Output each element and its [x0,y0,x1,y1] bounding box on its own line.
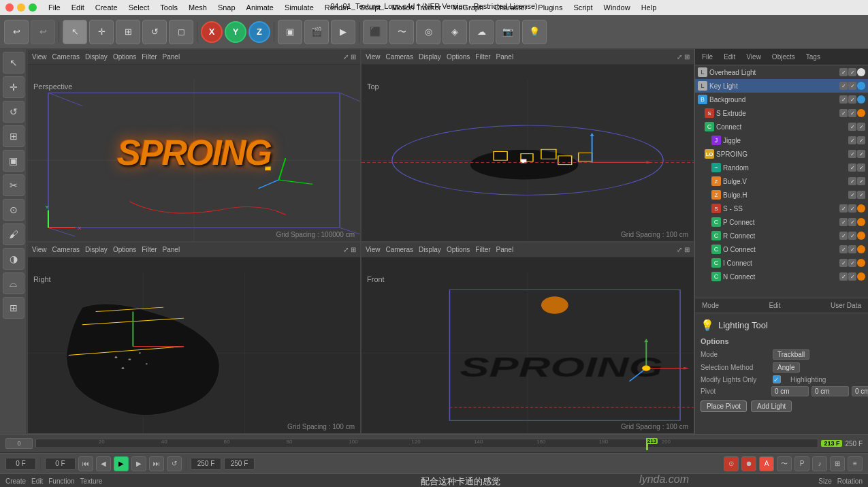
pc-render[interactable]: ✓ [848,218,856,226]
vp-display-right[interactable]: Display [85,246,108,253]
timeline-button[interactable]: ⊞ [830,456,845,471]
list-item-overhead-light[interactable]: L Overhead Light ✓ ✓ [695,65,868,79]
bg-render-dot[interactable]: ✓ [848,95,856,104]
menu-select[interactable]: Select [124,3,155,12]
sidebar-magnet[interactable]: ⊙ [3,199,25,221]
polygon-button[interactable]: ▣ [278,20,302,44]
select-tool-button[interactable]: ↖ [63,20,87,44]
bv-render[interactable]: ✓ [857,177,865,185]
status-function[interactable]: Function [48,477,74,485]
vp-options-perspective[interactable]: Options [113,53,136,61]
maximize-button[interactable] [29,3,37,12]
viewport-top[interactable]: View Cameras Display Options Filter Pane… [361,49,694,242]
menu-script[interactable]: Script [568,3,597,12]
modify-lights-checkbox[interactable]: ✓ [773,375,781,383]
object-tool-button[interactable]: ◻ [169,20,193,44]
pivot-y-input[interactable] [811,386,849,396]
tab-view[interactable]: View [743,52,764,62]
menu-edit[interactable]: Edit [67,3,89,12]
sidebar-poly[interactable]: ▣ [3,150,25,172]
play-button[interactable]: ▶ [114,456,129,471]
menu-animate[interactable]: Animate [242,3,278,12]
minimize-button[interactable] [17,3,25,12]
skip-end-button[interactable]: ⏭ [149,456,164,471]
vp-view-perspective[interactable]: View [32,53,47,61]
r-vis[interactable]: ✓ [848,163,856,172]
bh-vis[interactable]: ✓ [848,191,856,199]
vp-panel-right[interactable]: Panel [163,246,180,253]
sidebar-knife[interactable]: ✂ [3,174,25,196]
j-vis[interactable]: ✓ [848,136,856,144]
bottom-tab-edit[interactable]: Edit [766,300,783,311]
ic-render[interactable]: ✓ [848,259,856,267]
vp-options-right[interactable]: Options [113,246,136,253]
menu-file[interactable]: File [44,3,65,12]
menu-plugins[interactable]: Plugins [533,3,567,12]
place-pivot-button[interactable]: Place Pivot [701,400,747,412]
vp-cameras-perspective[interactable]: Cameras [52,53,80,61]
list-item-random[interactable]: ~ Random ✓ ✓ [709,161,868,174]
menu-snap[interactable]: Snap [213,3,240,12]
nc-vis[interactable]: ✓ [839,272,848,281]
viewport-front[interactable]: View Cameras Display Options Filter Pane… [361,242,694,435]
vp-filter-perspective[interactable]: Filter [142,53,157,61]
nc-color[interactable] [857,272,865,281]
vp-display-front[interactable]: Display [419,246,441,253]
overhead-color-dot[interactable] [857,68,865,76]
bh-render[interactable]: ✓ [857,191,865,199]
oc-vis[interactable]: ✓ [839,245,848,253]
bg-color-dot[interactable] [857,95,865,104]
vp-filter-front[interactable]: Filter [475,246,490,253]
camera-button[interactable]: 📷 [496,20,520,44]
key-vis-dot[interactable]: ✓ [839,82,848,90]
list-item-o-connect[interactable]: C O Connect ✓ ✓ [709,242,868,256]
list-item-bulge-h[interactable]: Z Bulge.H ✓ ✓ [709,188,868,202]
se-render[interactable]: ✓ [848,109,856,117]
ic-vis[interactable]: ✓ [839,259,848,267]
cube-button[interactable]: ⬛ [363,20,387,44]
mode-value[interactable]: Trackball [773,349,809,360]
tab-edit[interactable]: Edit [721,52,738,62]
oc-color[interactable] [857,245,865,253]
vp-filter-top[interactable]: Filter [475,53,490,61]
sound-button[interactable]: ♪ [812,456,827,471]
status-edit[interactable]: Edit [31,477,43,485]
frame-start-input[interactable] [45,458,76,470]
environment-button[interactable]: ☁ [469,20,494,44]
vp-filter-right[interactable]: Filter [142,246,157,253]
viewport-perspective[interactable]: View Cameras Display Options Filter Pane… [27,49,361,242]
more-button[interactable]: ≡ [848,456,863,471]
overhead-vis-dot[interactable]: ✓ [839,68,848,76]
film-button[interactable]: 🎬 [304,20,329,44]
skip-start-button[interactable]: ⏮ [78,456,93,471]
vp-options-top[interactable]: Options [447,53,470,61]
sidebar-grid[interactable]: ⊞ [3,297,25,319]
pc-vis[interactable]: ✓ [839,218,848,226]
rotate-tool-button[interactable]: ↺ [142,20,167,44]
sidebar-move[interactable]: ✛ [3,76,25,98]
key-render-dot[interactable]: ✓ [848,82,856,90]
list-item-r-connect[interactable]: C R Connect ✓ ✓ [709,229,868,242]
pc-color[interactable] [857,218,865,226]
sidebar-paint[interactable]: 🖌 [3,223,25,245]
vp-panel-front[interactable]: Panel [496,246,514,253]
sidebar-select[interactable]: ↖ [3,52,25,74]
redo-button[interactable]: ↩ [31,20,55,44]
next-frame-button[interactable]: ▶ [131,456,146,471]
vp-move-icon-right[interactable]: ⤢ [343,246,349,253]
menu-simulate[interactable]: Simulate [280,3,319,12]
j-render[interactable]: ✓ [857,136,865,144]
list-item-n-connect[interactable]: C N Connect ✓ ✓ [709,270,868,283]
vp-view-right[interactable]: View [32,246,47,253]
vp-view-front[interactable]: View [366,246,381,253]
vp-move-icon-front[interactable]: ⤢ [677,246,682,253]
add-light-button[interactable]: Add Light [751,400,792,412]
list-item-s-extrude[interactable]: S S Extrude ✓ ✓ [702,106,868,120]
vp-expand-icon[interactable]: ⊞ [351,53,356,61]
bv-vis[interactable]: ✓ [848,177,856,185]
sidebar-spline[interactable]: ⌓ [3,272,25,294]
vp-cameras-front[interactable]: Cameras [386,246,414,253]
vp-expand-icon-front[interactable]: ⊞ [684,246,690,253]
z-axis-button[interactable]: Z [248,21,270,43]
r-render[interactable]: ✓ [857,163,865,172]
